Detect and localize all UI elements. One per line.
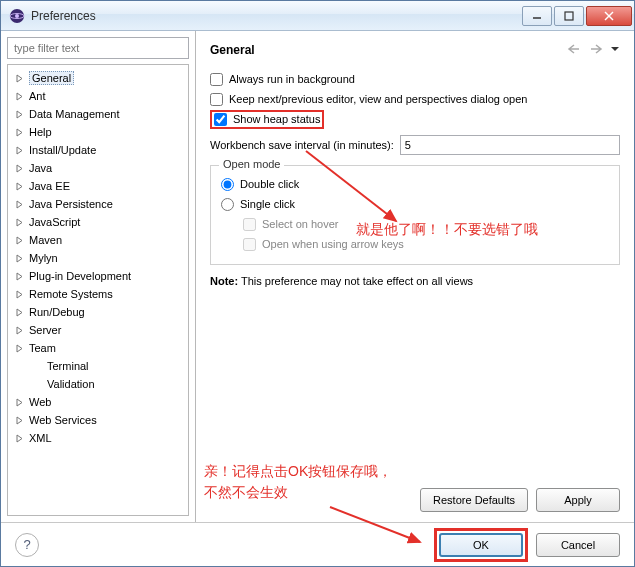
checkbox-label: Show heap status [233,113,320,125]
expand-icon[interactable] [14,325,25,336]
ok-button[interactable]: OK [439,533,523,557]
checkbox-label: Keep next/previous editor, view and pers… [229,93,527,105]
tree-item-validation[interactable]: Validation [8,375,188,393]
expand-icon[interactable] [14,343,25,354]
tree-item-server[interactable]: Server [8,321,188,339]
restore-defaults-button[interactable]: Restore Defaults [420,488,528,512]
checkbox-label: Always run in background [229,73,355,85]
page-button-row: Restore Defaults Apply [210,488,620,512]
left-panel: GeneralAntData ManagementHelpInstall/Upd… [1,31,196,522]
tree-item-plug-in-development[interactable]: Plug-in Development [8,267,188,285]
tree-label: Web Services [29,414,97,426]
tree-label: Team [29,342,56,354]
tree-item-remote-systems[interactable]: Remote Systems [8,285,188,303]
note-bold: Note: [210,275,238,287]
radio-input[interactable] [221,178,234,191]
keep-editor-dialog-checkbox[interactable]: Keep next/previous editor, view and pers… [210,89,620,109]
preference-tree[interactable]: GeneralAntData ManagementHelpInstall/Upd… [7,64,189,516]
save-interval-row: Workbench save interval (in minutes): [210,135,620,155]
back-icon[interactable] [566,41,582,59]
titlebar[interactable]: Preferences [1,1,634,31]
expand-icon[interactable] [14,307,25,318]
nav-controls [566,41,620,59]
tree-label: Maven [29,234,62,246]
tree-item-run-debug[interactable]: Run/Debug [8,303,188,321]
show-heap-status-row: Show heap status [210,109,620,129]
tree-item-terminal[interactable]: Terminal [8,357,188,375]
tree-label: Ant [29,90,46,102]
double-click-radio[interactable]: Double click [221,174,609,194]
tree-item-web-services[interactable]: Web Services [8,411,188,429]
expand-icon[interactable] [14,181,25,192]
apply-button[interactable]: Apply [536,488,620,512]
filter-input[interactable] [7,37,189,59]
expand-icon[interactable] [14,217,25,228]
tree-label: JavaScript [29,216,80,228]
expand-icon[interactable] [14,109,25,120]
expand-icon[interactable] [14,163,25,174]
expand-icon[interactable] [14,235,25,246]
note-text: Note: This preference may not take effec… [210,275,620,287]
expand-icon[interactable] [14,91,25,102]
checkbox-input [243,218,256,231]
cancel-button[interactable]: Cancel [536,533,620,557]
tree-label: Terminal [47,360,89,372]
tree-item-web[interactable]: Web [8,393,188,411]
tree-label: Validation [47,378,95,390]
tree-label: Web [29,396,51,408]
maximize-button[interactable] [554,6,584,26]
checkbox-input[interactable] [210,73,223,86]
close-button[interactable] [586,6,632,26]
right-panel: General Always run in background Keep ne… [196,31,634,522]
svg-rect-4 [565,12,573,20]
tree-label: Help [29,126,52,138]
tree-item-java-persistence[interactable]: Java Persistence [8,195,188,213]
tree-item-mylyn[interactable]: Mylyn [8,249,188,267]
tree-item-help[interactable]: Help [8,123,188,141]
checkbox-input[interactable] [210,93,223,106]
content-area: GeneralAntData ManagementHelpInstall/Upd… [1,31,634,522]
tree-item-ant[interactable]: Ant [8,87,188,105]
save-interval-input[interactable] [400,135,620,155]
always-run-background-checkbox[interactable]: Always run in background [210,69,620,89]
show-heap-status-checkbox[interactable] [214,113,227,126]
checkbox-label: Select on hover [262,218,338,230]
note-body: This preference may not take effect on a… [238,275,473,287]
tree-label: Java Persistence [29,198,113,210]
highlight-box: Show heap status [210,110,324,129]
expand-icon[interactable] [14,433,25,444]
open-arrow-keys-checkbox: Open when using arrow keys [243,234,609,254]
expand-icon[interactable] [14,73,25,84]
window-title: Preferences [31,9,520,23]
single-click-radio[interactable]: Single click [221,194,609,214]
forward-icon[interactable] [588,41,604,59]
tree-item-javascript[interactable]: JavaScript [8,213,188,231]
expand-icon[interactable] [14,415,25,426]
help-icon[interactable]: ? [15,533,39,557]
tree-item-team[interactable]: Team [8,339,188,357]
tree-item-maven[interactable]: Maven [8,231,188,249]
expand-icon[interactable] [14,199,25,210]
tree-label: XML [29,432,52,444]
tree-label: General [29,71,74,85]
expand-icon[interactable] [14,127,25,138]
radio-input[interactable] [221,198,234,211]
radio-label: Double click [240,178,299,190]
tree-item-java[interactable]: Java [8,159,188,177]
tree-item-general[interactable]: General [8,69,188,87]
preferences-window: Preferences GeneralAntData ManagementHel… [0,0,635,567]
expand-icon[interactable] [14,271,25,282]
tree-item-xml[interactable]: XML [8,429,188,447]
expand-icon[interactable] [14,397,25,408]
tree-label: Data Management [29,108,120,120]
menu-dropdown-icon[interactable] [610,41,620,59]
dialog-footer: ? OK Cancel [1,522,634,566]
tree-item-data-management[interactable]: Data Management [8,105,188,123]
minimize-button[interactable] [522,6,552,26]
expand-icon[interactable] [14,289,25,300]
open-mode-group: Open mode Double click Single click Sele… [210,165,620,265]
expand-icon[interactable] [14,145,25,156]
tree-item-install-update[interactable]: Install/Update [8,141,188,159]
expand-icon[interactable] [14,253,25,264]
tree-item-java-ee[interactable]: Java EE [8,177,188,195]
